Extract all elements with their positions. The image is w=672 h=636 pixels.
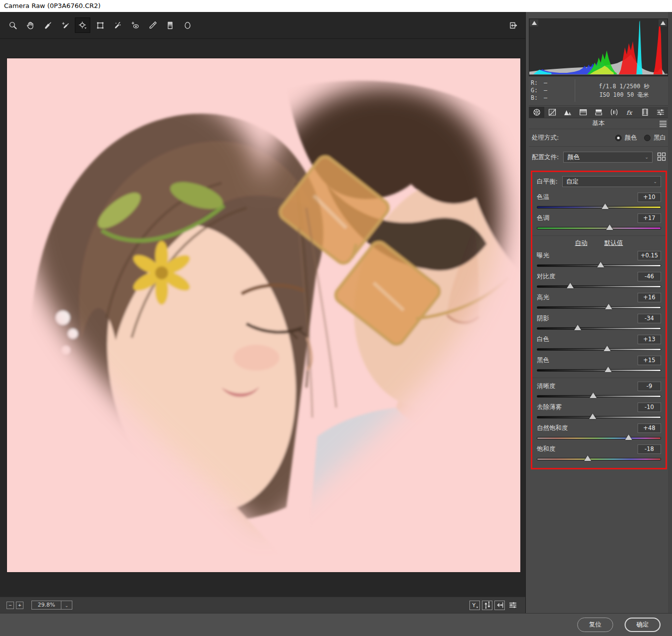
tab-presets[interactable] [653,107,668,118]
profile-dropdown[interactable]: 颜色 ⌄ [563,152,653,163]
graduated-filter-icon [166,21,175,30]
tab-split-toning[interactable] [591,107,606,118]
default-link[interactable]: 默认值 [604,239,623,247]
tint-slider-thumb[interactable] [606,224,613,230]
dehaze-slider-track[interactable] [537,413,661,420]
exposure-value[interactable]: +0.15 [638,251,661,260]
dehaze-value[interactable]: -10 [638,403,661,412]
clarity-slider-thumb[interactable] [590,393,597,398]
zoom-in-button[interactable]: + [16,602,23,609]
effects-icon: fx [625,108,634,116]
preview-prefs-button[interactable] [507,601,519,610]
vibrance-value[interactable]: +48 [638,424,661,433]
tint-label: 色调 [537,214,549,222]
tool-color-sampler[interactable] [57,17,73,33]
shadow-clipping-button[interactable] [530,19,538,26]
svg-text:Y: Y [471,602,475,609]
tool-toggle-fullscreen[interactable] [505,17,520,33]
tool-white-balance[interactable] [40,17,55,33]
contrast-value[interactable]: -46 [638,272,661,281]
section-divider [532,378,666,378]
dehaze-slider-thumb[interactable] [589,414,596,419]
tab-hsl[interactable] [575,107,591,118]
y-preview-button[interactable]: Y [469,601,480,610]
radio-bw[interactable] [644,135,651,141]
tool-red-eye[interactable] [127,17,143,33]
white-balance-dropdown[interactable]: 自定 ⌄ [562,176,661,187]
reset-button[interactable]: 复位 [577,618,613,632]
copy-settings-button[interactable] [494,601,505,610]
shadows-slider-track[interactable] [537,324,661,331]
zoom-level-dropdown[interactable]: ⌄ [61,601,72,610]
y-preview-icon: Y [471,601,479,609]
whites-value[interactable]: +13 [638,335,661,344]
radio-bw-label: 黑白 [654,134,666,142]
tool-hand[interactable] [22,17,38,33]
contrast-slider-track[interactable] [537,282,661,289]
auto-default-row: 自动 默认值 [537,237,661,247]
tab-basic[interactable] [529,107,544,118]
ok-button[interactable]: 确定 [625,618,661,632]
panel-header: 基本 [529,118,668,129]
whites-slider-track[interactable] [537,345,661,352]
profile-browser-button[interactable] [657,152,666,163]
rgb-line: B:— [531,94,575,102]
tool-targeted-adjustment[interactable] [75,17,90,33]
slider-vibrance: 自然饱和度 +48 [537,424,661,441]
tab-tone-curve[interactable] [544,107,560,118]
whites-label: 白色 [537,335,549,344]
temperature-slider-thumb[interactable] [602,204,609,209]
tool-zoom[interactable] [5,17,20,33]
blacks-slider-track[interactable] [537,366,661,373]
panel-menu-button[interactable] [659,120,667,127]
saturation-value[interactable]: -18 [638,444,661,454]
swap-views-button[interactable] [482,601,492,610]
profile-label: 配置文件: [532,153,559,162]
clarity-value[interactable]: -9 [638,382,661,391]
highlights-slider-thumb[interactable] [605,304,612,309]
exposure-slider-track[interactable] [537,261,661,268]
blacks-value[interactable]: +15 [638,356,661,365]
shadows-value[interactable]: -34 [638,314,661,323]
tint-slider-track[interactable] [537,223,661,231]
tab-camera-calibration[interactable] [637,107,653,118]
image-canvas[interactable]: Load [7,58,520,572]
shadows-label: 阴影 [537,314,549,323]
chevron-down-icon: ⌄ [653,179,657,184]
contrast-slider-thumb[interactable] [567,283,574,288]
process-option-color[interactable]: 颜色 [615,134,637,142]
clarity-slider-track[interactable] [537,392,661,399]
tab-effects[interactable]: fx [622,107,637,118]
slider-whites: 白色 +13 [537,335,661,352]
info-divider [575,79,575,102]
tab-detail[interactable] [560,107,575,118]
saturation-slider-track[interactable] [537,454,661,462]
slider-blacks: 黑色 +15 [537,356,661,373]
radio-color[interactable] [615,135,622,141]
auto-link[interactable]: 自动 [575,239,587,247]
zoom-out-button[interactable]: − [6,602,14,609]
tool-graduated-filter[interactable] [162,17,178,33]
process-option-bw[interactable]: 黑白 [644,134,666,142]
shadows-slider-thumb[interactable] [574,325,581,330]
tint-value[interactable]: +17 [638,213,661,223]
temperature-slider-track[interactable] [537,203,661,210]
histogram-plot [529,19,668,76]
blacks-slider-thumb[interactable] [605,367,612,372]
tab-lens-corrections[interactable] [606,107,622,118]
spot-removal-icon [113,21,122,30]
highlights-value[interactable]: +16 [638,293,661,302]
highlight-clipping-button[interactable] [659,19,667,26]
tool-transform[interactable] [92,17,108,33]
zoom-level-value[interactable]: 29.8% [31,601,61,610]
exposure-slider-thumb[interactable] [597,262,604,267]
vibrance-slider-track[interactable] [537,433,661,441]
tool-radial-filter[interactable] [180,17,195,33]
vibrance-slider-thumb[interactable] [625,434,632,440]
temperature-value[interactable]: +10 [638,193,661,202]
tool-adjustment-brush[interactable] [145,17,160,33]
highlights-slider-track[interactable] [537,303,661,310]
whites-slider-thumb[interactable] [604,346,611,351]
saturation-slider-thumb[interactable] [584,455,591,461]
tool-spot-removal[interactable] [110,17,125,33]
